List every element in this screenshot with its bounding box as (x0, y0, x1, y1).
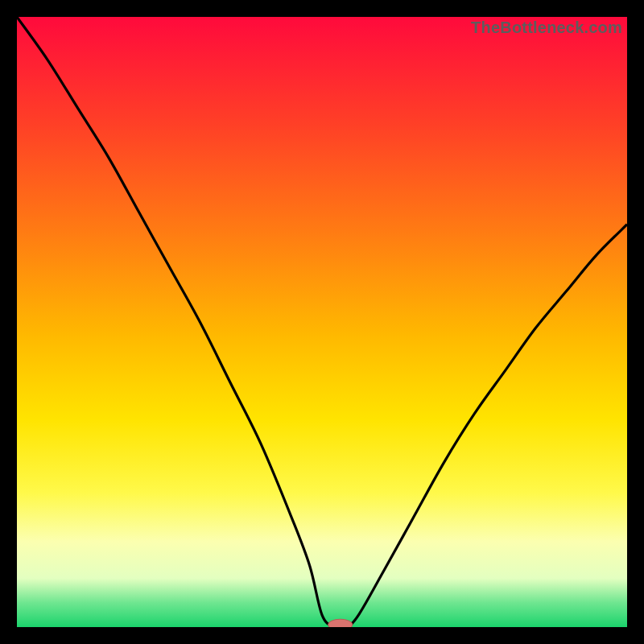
chart-container: TheBottleneck.com (0, 0, 644, 644)
curve-path (17, 17, 627, 627)
bottleneck-curve (17, 17, 627, 627)
optimum-marker (328, 619, 353, 627)
plot-area: TheBottleneck.com (17, 17, 627, 627)
